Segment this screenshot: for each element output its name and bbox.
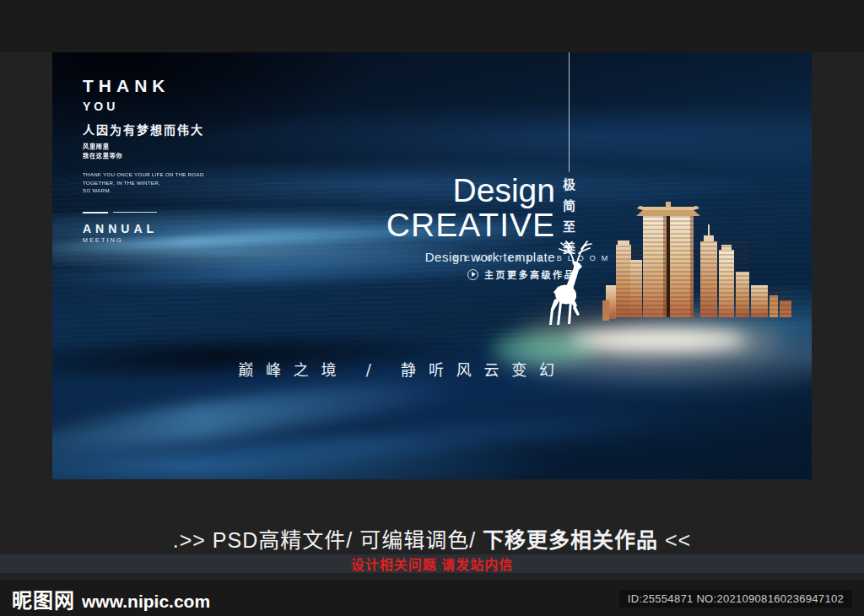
deer-silhouette [546,240,597,331]
site-logo[interactable]: 昵图网 [12,584,75,613]
bottom-bar: 昵图网 www.nipic.com ID:25554871 NO:2021090… [0,581,864,616]
play-icon [467,269,478,280]
deer-body [549,260,582,325]
thank-en-line: TOGETHER, IN THE WINTER, [83,179,230,187]
image-id-badge: ID:25554871 NO:20210908160236947102 [619,590,852,608]
thank-cn-line: 我在这里等你 [83,152,253,162]
thank-cn-line: 风里雨里 [83,142,253,152]
vertical-line [569,52,570,172]
divider [83,212,319,213]
thank-en-line: THANK YOU ONCE YOUR LIFE ON THE ROAD [83,170,230,179]
promo-normal: .>> PSD高精文件/ 可编辑调色/ [173,528,483,552]
light-core-glow [569,329,746,351]
annual-label: ANNUAL [83,222,319,235]
deer-antlers [559,241,591,262]
top-margin [0,0,864,52]
thank-cn-title: 人因为有梦想而伟大 [83,121,319,138]
poster-tagline: 巅峰之境 / 静听风云变幻 [132,358,672,380]
site-url[interactable]: www.nipic.com [82,592,210,612]
design-title-block: Design CREATIVE Design work template [302,174,555,264]
meeting-label: MEETING [83,237,253,244]
poster-preview: THANK YOU 人因为有梦想而伟大 风里雨里 我在这里等你 THANK YO… [52,52,812,479]
creative-title: CREATIVE [302,208,555,242]
promo-bold: 下移更多相关作品 [483,528,658,552]
site-brand[interactable]: 昵图网 www.nipic.com [12,584,210,613]
thank-subtitle: YOU [83,100,319,113]
thank-en-line: SO WARM. [83,186,230,195]
thank-block: THANK YOU 人因为有梦想而伟大 风里雨里 我在这里等你 THANK YO… [83,76,319,246]
golden-city-illustration [602,201,798,332]
notice-strip: 设计相关问题 请发站内信 [0,554,864,573]
promo-suffix: << [658,528,691,552]
promo-line: .>> PSD高精文件/ 可编辑调色/ 下移更多相关作品 << [0,523,864,554]
thank-en-lines: THANK YOU ONCE YOUR LIFE ON THE ROAD TOG… [83,170,230,195]
design-title: Design [302,174,555,208]
notice-text: 设计相关问题 请发站内信 [351,554,513,574]
thank-title: THANK [83,76,319,96]
page-background: THANK YOU 人因为有梦想而伟大 风里雨里 我在这里等你 THANK YO… [0,0,864,616]
thank-cn-small: 风里雨里 我在这里等你 [83,142,253,161]
